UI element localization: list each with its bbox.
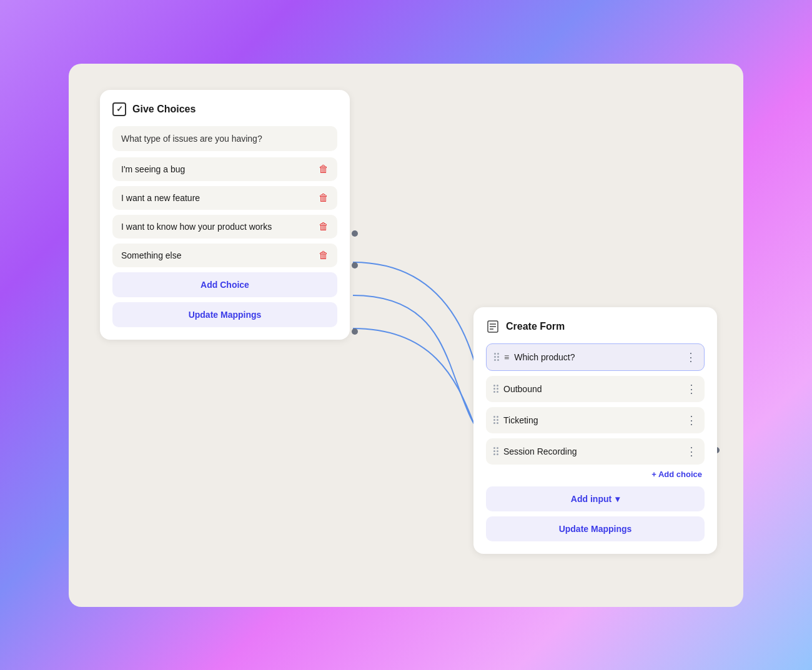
create-form-header: Create Form xyxy=(486,320,705,333)
question-input[interactable] xyxy=(112,126,337,151)
trash-icon-2[interactable]: 🗑 xyxy=(319,192,329,204)
drag-handle-1[interactable] xyxy=(494,353,499,361)
form-row-text-2: Outbound xyxy=(503,384,681,394)
form-row-2: Outbound ⋮ xyxy=(486,376,705,402)
trash-icon-1[interactable]: 🗑 xyxy=(319,164,329,175)
list-icon-1: ≡ xyxy=(504,352,509,362)
form-row-text-4: Session Recording xyxy=(503,446,681,456)
update-mappings-button-1[interactable]: Update Mappings xyxy=(112,302,337,327)
give-choices-card: Give Choices I'm seeing a bug 🗑 I want a… xyxy=(100,90,350,340)
give-choices-header: Give Choices xyxy=(112,102,337,116)
choice-row-2: I want a new feature 🗑 xyxy=(112,186,337,210)
checkbox-icon xyxy=(112,102,126,116)
choice-text-3: I want to know how your product works xyxy=(121,222,272,232)
create-form-card: Create Form ≡ Which product? ⋮ Outbound … xyxy=(473,307,717,554)
trash-icon-3[interactable]: 🗑 xyxy=(319,221,329,232)
add-choice-button[interactable]: Add Choice xyxy=(112,272,337,297)
choice-row-3: I want to know how your product works 🗑 xyxy=(112,215,337,239)
drag-handle-3[interactable] xyxy=(493,416,498,424)
form-row-3: Ticketing ⋮ xyxy=(486,407,705,433)
choice-text-1: I'm seeing a bug xyxy=(121,164,185,174)
update-mappings-button-2[interactable]: Update Mappings xyxy=(486,516,705,541)
choice-row-1: I'm seeing a bug 🗑 xyxy=(112,157,337,181)
chevron-down-icon: ▾ xyxy=(615,494,620,504)
more-icon-1[interactable]: ⋮ xyxy=(685,350,696,364)
form-row-1: ≡ Which product? ⋮ xyxy=(486,343,705,371)
connector-dot-1 xyxy=(352,230,358,237)
choice-text-4: Something else xyxy=(121,250,182,260)
create-form-title: Create Form xyxy=(506,321,565,332)
form-row-text-3: Ticketing xyxy=(503,415,681,425)
form-row-4: Session Recording ⋮ xyxy=(486,438,705,465)
connector-dot-3 xyxy=(352,328,358,335)
trash-icon-4[interactable]: 🗑 xyxy=(319,250,329,261)
add-input-label: Add input xyxy=(571,494,611,504)
drag-handle-4[interactable] xyxy=(493,447,498,455)
more-icon-2[interactable]: ⋮ xyxy=(686,382,697,396)
give-choices-title: Give Choices xyxy=(132,104,196,115)
choice-row-4: Something else 🗑 xyxy=(112,244,337,267)
more-icon-3[interactable]: ⋮ xyxy=(686,413,697,427)
connector-dot-2 xyxy=(352,262,358,268)
choice-text-2: I want a new feature xyxy=(121,193,200,203)
more-icon-4[interactable]: ⋮ xyxy=(686,445,697,458)
main-container: ↙ Give Choices I'm seeing a bug 🗑 I want… xyxy=(69,64,743,607)
form-row-text-1: Which product? xyxy=(514,352,680,362)
drag-handle-2[interactable] xyxy=(493,385,498,393)
add-input-button[interactable]: Add input ▾ xyxy=(486,486,705,511)
form-icon xyxy=(486,320,500,333)
add-choice-link[interactable]: + Add choice xyxy=(486,470,705,479)
